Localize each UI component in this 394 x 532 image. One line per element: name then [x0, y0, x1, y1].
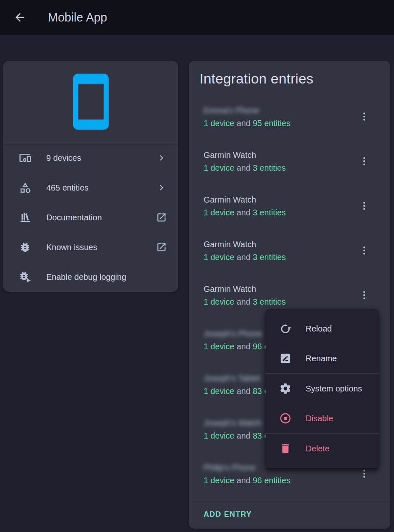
add-entry-button[interactable]: ADD ENTRY	[189, 500, 390, 529]
reload-icon-wrap	[279, 322, 292, 335]
menu-item-label: System options	[306, 384, 362, 394]
entries-card-title: Integration entries	[199, 71, 313, 87]
subtitle-conjunction: and	[235, 163, 253, 172]
entry-menu-button[interactable]	[355, 241, 373, 260]
entity-count-link[interactable]: 3 entities	[253, 208, 286, 217]
open-in-new-icon	[156, 242, 167, 253]
entry-menu-button[interactable]	[355, 197, 373, 215]
integration-entry: Garmin Watch1 device and 3 entities	[189, 184, 390, 228]
menu-item-rename[interactable]: Rename	[266, 344, 379, 373]
subtitle-conjunction: and	[235, 208, 253, 217]
info-row-documentation[interactable]: Documentation	[3, 203, 178, 232]
entry-name: Garmin Watch	[204, 239, 357, 249]
entry-context-menu: ReloadRenameSystem optionsDisableDelete	[266, 309, 379, 468]
cellphone-icon	[60, 71, 121, 132]
menu-item-reload[interactable]: Reload	[266, 314, 379, 344]
dots-vertical-icon	[359, 156, 370, 167]
subtitle-conjunction: and	[235, 342, 253, 351]
menu-item-label: Delete	[306, 444, 330, 453]
open-in-new-icon	[156, 212, 167, 223]
menu-item-label: Rename	[306, 354, 337, 363]
integration-entry: Emma's Phone1 device and 95 entities	[189, 94, 390, 139]
menu-item-label: Reload	[306, 324, 332, 334]
back-button[interactable]	[10, 7, 30, 27]
info-row-label: Documentation	[46, 213, 156, 222]
entry-subtitle: 1 device and 3 entities	[204, 208, 357, 217]
delete-icon	[279, 442, 292, 455]
device-count-link[interactable]: 1 device	[204, 253, 235, 262]
menu-item-disable[interactable]: Disable	[266, 403, 379, 433]
chevron-right-icon	[156, 182, 167, 193]
menu-item-label: Disable	[306, 414, 333, 423]
entry-name: Emma's Phone	[204, 105, 357, 115]
entry-name: Garmin Watch	[204, 195, 357, 205]
bug-icon	[19, 241, 31, 253]
dots-vertical-icon	[359, 111, 370, 122]
subtitle-conjunction: and	[235, 476, 253, 485]
menu-item-delete[interactable]: Delete	[266, 434, 379, 463]
device-count-link[interactable]: 1 device	[204, 297, 235, 306]
integration-hero	[3, 61, 178, 143]
rename-box-icon-wrap	[279, 352, 292, 365]
entry-menu-button[interactable]	[355, 152, 373, 170]
subtitle-conjunction: and	[235, 119, 253, 128]
subtitle-conjunction: and	[235, 386, 253, 396]
entity-count-link[interactable]: 3 entities	[253, 253, 286, 262]
entry-name: Garmin Watch	[204, 284, 357, 294]
info-row-label: Known issues	[46, 243, 156, 252]
rename-box-icon	[279, 352, 292, 365]
integration-info-card: 9 devices465 entitiesDocumentationKnown …	[3, 61, 178, 292]
device-count-link[interactable]: 1 device	[204, 208, 235, 217]
entity-count-link[interactable]: 95 entities	[253, 119, 290, 128]
menu-item-system-options[interactable]: System options	[266, 374, 379, 403]
device-count-link[interactable]: 1 device	[204, 342, 235, 351]
stop-circle-icon-wrap	[279, 412, 292, 425]
entry-menu-button[interactable]	[355, 107, 373, 126]
entity-count-link[interactable]: 96 entities	[253, 476, 290, 485]
delete-icon-wrap	[279, 442, 292, 455]
entity-count-link[interactable]: 3 entities	[253, 163, 286, 172]
cog-icon-wrap	[279, 382, 292, 395]
library-icon	[19, 211, 31, 224]
app-bar: Mobile App	[0, 0, 394, 35]
device-count-link[interactable]: 1 device	[204, 476, 235, 485]
entry-subtitle: 1 device and 3 entities	[204, 163, 357, 173]
stop-circle-icon	[279, 412, 292, 425]
entry-subtitle: 1 device and 3 entities	[204, 297, 357, 307]
entry-name: Garmin Watch	[204, 150, 357, 160]
dots-vertical-icon	[359, 468, 370, 479]
entry-subtitle: 1 device and 96 entities	[204, 475, 357, 485]
entity-count-link[interactable]: 3 entities	[253, 297, 286, 306]
cog-icon	[279, 382, 292, 395]
device-count-link[interactable]: 1 device	[204, 119, 235, 128]
info-row-known-issues[interactable]: Known issues	[3, 232, 178, 262]
shapes-icon	[19, 181, 31, 194]
device-count-link[interactable]: 1 device	[204, 386, 235, 396]
reload-icon	[279, 322, 292, 335]
info-row-label: Enable debug logging	[46, 272, 167, 282]
info-row-label: 465 entities	[46, 183, 156, 193]
entry-subtitle: 1 device and 95 entities	[204, 118, 357, 128]
integration-entry: Garmin Watch1 device and 3 entities	[189, 228, 390, 273]
info-list: 9 devices465 entitiesDocumentationKnown …	[3, 143, 178, 292]
dots-vertical-icon	[359, 245, 370, 256]
add-entry-label: ADD ENTRY	[204, 510, 252, 519]
bug-play-icon	[19, 271, 31, 283]
device-count-link[interactable]: 1 device	[204, 431, 235, 440]
entry-subtitle: 1 device and 3 entities	[204, 252, 357, 262]
integration-entry: Garmin Watch1 device and 3 entities	[189, 139, 390, 184]
info-row-enable-debug-logging[interactable]: Enable debug logging	[3, 262, 178, 292]
dots-vertical-icon	[359, 290, 370, 301]
subtitle-conjunction: and	[235, 253, 253, 262]
device-count-link[interactable]: 1 device	[204, 163, 235, 172]
entry-menu-button[interactable]	[355, 286, 373, 304]
devices-icon	[19, 152, 31, 164]
info-row-9-devices[interactable]: 9 devices	[3, 143, 178, 173]
arrow-left-icon	[13, 11, 26, 24]
subtitle-conjunction: and	[235, 297, 253, 306]
info-row-label: 9 devices	[46, 153, 156, 163]
chevron-right-icon	[156, 153, 167, 163]
dots-vertical-icon	[359, 200, 370, 211]
subtitle-conjunction: and	[235, 431, 253, 440]
info-row-465-entities[interactable]: 465 entities	[3, 173, 178, 203]
